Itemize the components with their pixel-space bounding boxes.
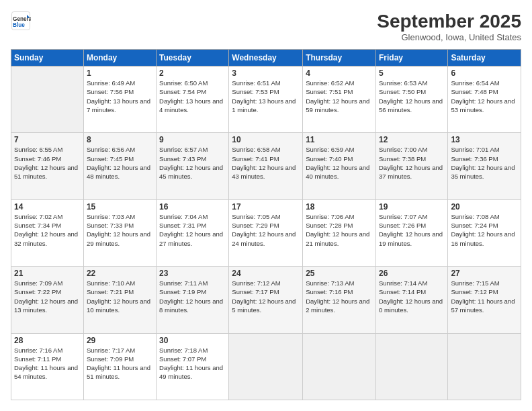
calendar-cell: [375, 333, 447, 400]
day-info: Sunrise: 7:00 AMSunset: 7:38 PMDaylight:…: [379, 145, 445, 181]
day-of-week-header: Wednesday: [229, 50, 303, 66]
day-number: 1: [87, 68, 153, 78]
day-number: 21: [14, 269, 81, 278]
calendar-cell: [303, 333, 376, 400]
day-number: 15: [87, 202, 153, 212]
day-info: Sunrise: 6:53 AMSunset: 7:50 PMDaylight:…: [379, 79, 445, 114]
calendar-cell: [11, 66, 84, 133]
calendar-table: SundayMondayTuesdayWednesdayThursdayFrid…: [11, 49, 521, 400]
calendar-week-row: 28Sunrise: 7:16 AMSunset: 7:11 PMDayligh…: [11, 333, 521, 400]
day-info: Sunrise: 6:51 AMSunset: 7:53 PMDaylight:…: [232, 79, 300, 114]
calendar-cell: 15Sunrise: 7:03 AMSunset: 7:33 PMDayligh…: [83, 199, 156, 266]
calendar-cell: 9Sunrise: 6:57 AMSunset: 7:43 PMDaylight…: [157, 133, 229, 199]
day-number: 13: [451, 135, 518, 144]
day-number: 27: [451, 269, 518, 278]
calendar-cell: 3Sunrise: 6:51 AMSunset: 7:53 PMDaylight…: [229, 66, 303, 133]
calendar-cell: 23Sunrise: 7:11 AMSunset: 7:19 PMDayligh…: [157, 267, 229, 333]
calendar-week-row: 21Sunrise: 7:09 AMSunset: 7:22 PMDayligh…: [11, 267, 521, 333]
day-of-week-header: Saturday: [448, 50, 521, 66]
day-info: Sunrise: 7:09 AMSunset: 7:22 PMDaylight:…: [14, 279, 81, 314]
day-info: Sunrise: 6:50 AMSunset: 7:54 PMDaylight:…: [159, 79, 226, 114]
day-info: Sunrise: 7:02 AMSunset: 7:34 PMDaylight:…: [14, 212, 81, 248]
day-info: Sunrise: 7:16 AMSunset: 7:11 PMDaylight:…: [14, 346, 81, 381]
day-number: 12: [379, 135, 445, 144]
day-number: 22: [87, 269, 153, 278]
day-info: Sunrise: 6:57 AMSunset: 7:43 PMDaylight:…: [159, 145, 226, 181]
calendar-cell: 12Sunrise: 7:00 AMSunset: 7:38 PMDayligh…: [375, 133, 447, 199]
day-number: 7: [14, 135, 81, 144]
calendar-cell: 8Sunrise: 6:56 AMSunset: 7:45 PMDaylight…: [83, 133, 156, 199]
day-number: 2: [159, 68, 226, 78]
calendar-cell: 26Sunrise: 7:14 AMSunset: 7:14 PMDayligh…: [375, 267, 447, 333]
calendar-cell: 1Sunrise: 6:49 AMSunset: 7:56 PMDaylight…: [83, 66, 156, 133]
day-info: Sunrise: 6:58 AMSunset: 7:41 PMDaylight:…: [232, 145, 300, 181]
calendar-cell: [448, 333, 521, 400]
calendar-cell: 30Sunrise: 7:18 AMSunset: 7:07 PMDayligh…: [157, 333, 229, 400]
day-number: 8: [87, 135, 153, 144]
day-number: 11: [306, 135, 373, 144]
calendar-cell: 6Sunrise: 6:54 AMSunset: 7:48 PMDaylight…: [448, 66, 521, 133]
day-number: 26: [379, 269, 445, 278]
logo-icon: General Blue: [11, 11, 31, 31]
calendar-cell: 27Sunrise: 7:15 AMSunset: 7:12 PMDayligh…: [448, 267, 521, 333]
day-number: 5: [379, 68, 445, 78]
day-info: Sunrise: 7:15 AMSunset: 7:12 PMDaylight:…: [451, 279, 518, 314]
day-info: Sunrise: 7:13 AMSunset: 7:16 PMDaylight:…: [306, 279, 373, 314]
day-info: Sunrise: 7:05 AMSunset: 7:29 PMDaylight:…: [232, 212, 300, 248]
day-info: Sunrise: 6:56 AMSunset: 7:45 PMDaylight:…: [87, 145, 153, 181]
day-info: Sunrise: 7:17 AMSunset: 7:09 PMDaylight:…: [87, 346, 153, 381]
calendar-cell: 22Sunrise: 7:10 AMSunset: 7:21 PMDayligh…: [83, 267, 156, 333]
day-number: 10: [232, 135, 300, 144]
day-info: Sunrise: 7:12 AMSunset: 7:17 PMDaylight:…: [232, 279, 300, 314]
calendar-header: SundayMondayTuesdayWednesdayThursdayFrid…: [11, 50, 521, 66]
day-number: 23: [159, 269, 226, 278]
calendar-cell: 24Sunrise: 7:12 AMSunset: 7:17 PMDayligh…: [229, 267, 303, 333]
calendar-cell: 17Sunrise: 7:05 AMSunset: 7:29 PMDayligh…: [229, 199, 303, 266]
day-info: Sunrise: 7:07 AMSunset: 7:26 PMDaylight:…: [379, 212, 445, 248]
day-of-week-header: Monday: [83, 50, 156, 66]
calendar-cell: 16Sunrise: 7:04 AMSunset: 7:31 PMDayligh…: [157, 199, 229, 266]
calendar-cell: 18Sunrise: 7:06 AMSunset: 7:28 PMDayligh…: [303, 199, 376, 266]
calendar-cell: 10Sunrise: 6:58 AMSunset: 7:41 PMDayligh…: [229, 133, 303, 199]
calendar-cell: 19Sunrise: 7:07 AMSunset: 7:26 PMDayligh…: [375, 199, 447, 266]
day-number: 20: [451, 202, 518, 212]
day-number: 16: [159, 202, 226, 212]
day-info: Sunrise: 6:59 AMSunset: 7:40 PMDaylight:…: [306, 145, 373, 181]
header: General Blue September 2025 Glenwood, Io…: [11, 11, 521, 42]
calendar-cell: 2Sunrise: 6:50 AMSunset: 7:54 PMDaylight…: [157, 66, 229, 133]
day-number: 14: [14, 202, 81, 212]
calendar-cell: 4Sunrise: 6:52 AMSunset: 7:51 PMDaylight…: [303, 66, 376, 133]
calendar-cell: 20Sunrise: 7:08 AMSunset: 7:24 PMDayligh…: [448, 199, 521, 266]
day-number: 28: [14, 336, 81, 345]
calendar-week-row: 1Sunrise: 6:49 AMSunset: 7:56 PMDaylight…: [11, 66, 521, 133]
day-number: 6: [451, 68, 518, 78]
day-number: 17: [232, 202, 300, 212]
calendar-page: General Blue September 2025 Glenwood, Io…: [0, 0, 532, 411]
day-info: Sunrise: 7:06 AMSunset: 7:28 PMDaylight:…: [306, 212, 373, 248]
day-info: Sunrise: 7:03 AMSunset: 7:33 PMDaylight:…: [87, 212, 153, 248]
day-of-week-header: Tuesday: [157, 50, 229, 66]
calendar-cell: 25Sunrise: 7:13 AMSunset: 7:16 PMDayligh…: [303, 267, 376, 333]
month-title: September 2025: [377, 11, 521, 32]
day-info: Sunrise: 7:11 AMSunset: 7:19 PMDaylight:…: [159, 279, 226, 314]
day-number: 3: [232, 68, 300, 78]
day-of-week-header: Friday: [375, 50, 447, 66]
day-number: 24: [232, 269, 300, 278]
calendar-cell: 7Sunrise: 6:55 AMSunset: 7:46 PMDaylight…: [11, 133, 84, 199]
day-info: Sunrise: 7:04 AMSunset: 7:31 PMDaylight:…: [159, 212, 226, 248]
day-number: 19: [379, 202, 445, 212]
calendar-cell: 28Sunrise: 7:16 AMSunset: 7:11 PMDayligh…: [11, 333, 84, 400]
calendar-body: 1Sunrise: 6:49 AMSunset: 7:56 PMDaylight…: [11, 66, 521, 400]
day-info: Sunrise: 7:14 AMSunset: 7:14 PMDaylight:…: [379, 279, 445, 314]
day-info: Sunrise: 7:18 AMSunset: 7:07 PMDaylight:…: [159, 346, 226, 381]
calendar-cell: 21Sunrise: 7:09 AMSunset: 7:22 PMDayligh…: [11, 267, 84, 333]
calendar-week-row: 14Sunrise: 7:02 AMSunset: 7:34 PMDayligh…: [11, 199, 521, 266]
logo: General Blue: [11, 11, 31, 31]
day-number: 9: [159, 135, 226, 144]
location: Glenwood, Iowa, United States: [377, 32, 521, 42]
calendar-cell: [229, 333, 303, 400]
day-info: Sunrise: 6:55 AMSunset: 7:46 PMDaylight:…: [14, 145, 81, 181]
day-number: 18: [306, 202, 373, 212]
day-number: 29: [87, 336, 153, 345]
days-of-week-row: SundayMondayTuesdayWednesdayThursdayFrid…: [11, 50, 521, 66]
